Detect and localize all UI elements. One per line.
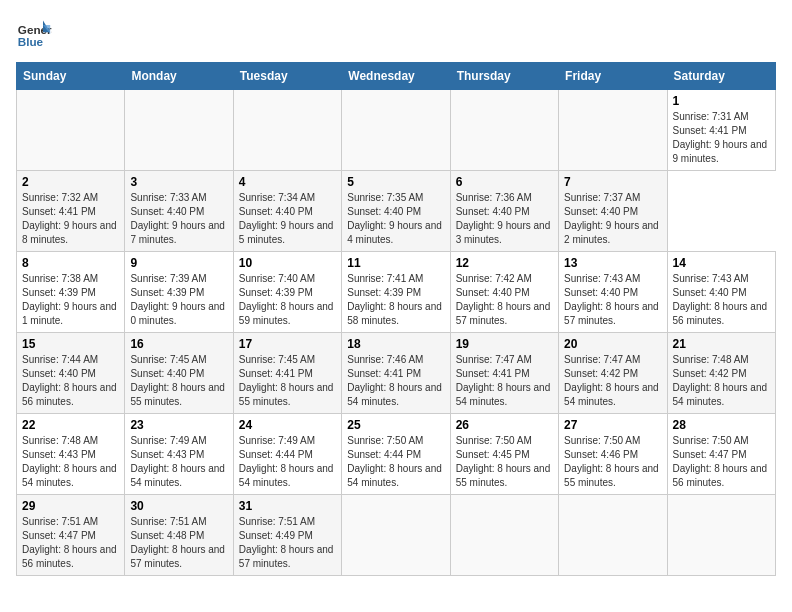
- day-number: 16: [130, 337, 227, 351]
- day-cell: 21Sunrise: 7:48 AMSunset: 4:42 PMDayligh…: [667, 333, 775, 414]
- day-info: Sunrise: 7:51 AMSunset: 4:48 PMDaylight:…: [130, 515, 227, 571]
- day-cell: 23Sunrise: 7:49 AMSunset: 4:43 PMDayligh…: [125, 414, 233, 495]
- calendar-week-row: 1Sunrise: 7:31 AMSunset: 4:41 PMDaylight…: [17, 90, 776, 171]
- day-of-week-header: Monday: [125, 63, 233, 90]
- empty-day-cell: [233, 90, 341, 171]
- day-cell: 11Sunrise: 7:41 AMSunset: 4:39 PMDayligh…: [342, 252, 450, 333]
- day-number: 24: [239, 418, 336, 432]
- day-info: Sunrise: 7:49 AMSunset: 4:44 PMDaylight:…: [239, 434, 336, 490]
- day-number: 2: [22, 175, 119, 189]
- day-info: Sunrise: 7:51 AMSunset: 4:47 PMDaylight:…: [22, 515, 119, 571]
- day-info: Sunrise: 7:33 AMSunset: 4:40 PMDaylight:…: [130, 191, 227, 247]
- day-info: Sunrise: 7:50 AMSunset: 4:47 PMDaylight:…: [673, 434, 770, 490]
- day-cell: 2Sunrise: 7:32 AMSunset: 4:41 PMDaylight…: [17, 171, 125, 252]
- day-info: Sunrise: 7:35 AMSunset: 4:40 PMDaylight:…: [347, 191, 444, 247]
- day-number: 5: [347, 175, 444, 189]
- day-info: Sunrise: 7:43 AMSunset: 4:40 PMDaylight:…: [564, 272, 661, 328]
- day-cell: 14Sunrise: 7:43 AMSunset: 4:40 PMDayligh…: [667, 252, 775, 333]
- logo-icon: General Blue: [16, 16, 52, 52]
- calendar-week-row: 8Sunrise: 7:38 AMSunset: 4:39 PMDaylight…: [17, 252, 776, 333]
- svg-text:Blue: Blue: [18, 35, 44, 48]
- day-cell: 6Sunrise: 7:36 AMSunset: 4:40 PMDaylight…: [450, 171, 558, 252]
- day-cell: 26Sunrise: 7:50 AMSunset: 4:45 PMDayligh…: [450, 414, 558, 495]
- day-cell: 19Sunrise: 7:47 AMSunset: 4:41 PMDayligh…: [450, 333, 558, 414]
- day-info: Sunrise: 7:45 AMSunset: 4:41 PMDaylight:…: [239, 353, 336, 409]
- calendar-table: SundayMondayTuesdayWednesdayThursdayFrid…: [16, 62, 776, 576]
- day-cell: 4Sunrise: 7:34 AMSunset: 4:40 PMDaylight…: [233, 171, 341, 252]
- day-cell: 29Sunrise: 7:51 AMSunset: 4:47 PMDayligh…: [17, 495, 125, 576]
- day-number: 17: [239, 337, 336, 351]
- day-info: Sunrise: 7:46 AMSunset: 4:41 PMDaylight:…: [347, 353, 444, 409]
- day-number: 14: [673, 256, 770, 270]
- day-info: Sunrise: 7:49 AMSunset: 4:43 PMDaylight:…: [130, 434, 227, 490]
- page-header: General Blue: [16, 16, 776, 52]
- empty-day-cell: [559, 90, 667, 171]
- empty-day-cell: [667, 495, 775, 576]
- day-info: Sunrise: 7:32 AMSunset: 4:41 PMDaylight:…: [22, 191, 119, 247]
- empty-day-cell: [342, 90, 450, 171]
- day-cell: 22Sunrise: 7:48 AMSunset: 4:43 PMDayligh…: [17, 414, 125, 495]
- day-info: Sunrise: 7:51 AMSunset: 4:49 PMDaylight:…: [239, 515, 336, 571]
- day-info: Sunrise: 7:36 AMSunset: 4:40 PMDaylight:…: [456, 191, 553, 247]
- day-cell: 1Sunrise: 7:31 AMSunset: 4:41 PMDaylight…: [667, 90, 775, 171]
- calendar-week-row: 2Sunrise: 7:32 AMSunset: 4:41 PMDaylight…: [17, 171, 776, 252]
- day-info: Sunrise: 7:48 AMSunset: 4:42 PMDaylight:…: [673, 353, 770, 409]
- day-number: 23: [130, 418, 227, 432]
- empty-day-cell: [559, 495, 667, 576]
- empty-day-cell: [450, 90, 558, 171]
- day-number: 25: [347, 418, 444, 432]
- day-number: 31: [239, 499, 336, 513]
- day-cell: 27Sunrise: 7:50 AMSunset: 4:46 PMDayligh…: [559, 414, 667, 495]
- day-number: 13: [564, 256, 661, 270]
- day-info: Sunrise: 7:39 AMSunset: 4:39 PMDaylight:…: [130, 272, 227, 328]
- day-number: 4: [239, 175, 336, 189]
- day-cell: 15Sunrise: 7:44 AMSunset: 4:40 PMDayligh…: [17, 333, 125, 414]
- day-of-week-header: Sunday: [17, 63, 125, 90]
- day-number: 28: [673, 418, 770, 432]
- day-of-week-header: Wednesday: [342, 63, 450, 90]
- empty-day-cell: [450, 495, 558, 576]
- day-cell: 25Sunrise: 7:50 AMSunset: 4:44 PMDayligh…: [342, 414, 450, 495]
- day-number: 12: [456, 256, 553, 270]
- day-number: 30: [130, 499, 227, 513]
- day-info: Sunrise: 7:44 AMSunset: 4:40 PMDaylight:…: [22, 353, 119, 409]
- day-cell: 24Sunrise: 7:49 AMSunset: 4:44 PMDayligh…: [233, 414, 341, 495]
- day-cell: 5Sunrise: 7:35 AMSunset: 4:40 PMDaylight…: [342, 171, 450, 252]
- day-of-week-header: Saturday: [667, 63, 775, 90]
- day-info: Sunrise: 7:45 AMSunset: 4:40 PMDaylight:…: [130, 353, 227, 409]
- calendar-week-row: 29Sunrise: 7:51 AMSunset: 4:47 PMDayligh…: [17, 495, 776, 576]
- day-info: Sunrise: 7:37 AMSunset: 4:40 PMDaylight:…: [564, 191, 661, 247]
- day-cell: 28Sunrise: 7:50 AMSunset: 4:47 PMDayligh…: [667, 414, 775, 495]
- day-cell: 30Sunrise: 7:51 AMSunset: 4:48 PMDayligh…: [125, 495, 233, 576]
- day-number: 15: [22, 337, 119, 351]
- day-info: Sunrise: 7:38 AMSunset: 4:39 PMDaylight:…: [22, 272, 119, 328]
- day-number: 22: [22, 418, 119, 432]
- day-number: 29: [22, 499, 119, 513]
- day-number: 9: [130, 256, 227, 270]
- day-of-week-header: Thursday: [450, 63, 558, 90]
- day-number: 1: [673, 94, 770, 108]
- day-cell: 8Sunrise: 7:38 AMSunset: 4:39 PMDaylight…: [17, 252, 125, 333]
- calendar-week-row: 15Sunrise: 7:44 AMSunset: 4:40 PMDayligh…: [17, 333, 776, 414]
- day-number: 10: [239, 256, 336, 270]
- day-number: 20: [564, 337, 661, 351]
- day-info: Sunrise: 7:50 AMSunset: 4:44 PMDaylight:…: [347, 434, 444, 490]
- empty-day-cell: [342, 495, 450, 576]
- calendar-header-row: SundayMondayTuesdayWednesdayThursdayFrid…: [17, 63, 776, 90]
- day-number: 6: [456, 175, 553, 189]
- day-number: 8: [22, 256, 119, 270]
- day-number: 26: [456, 418, 553, 432]
- day-info: Sunrise: 7:43 AMSunset: 4:40 PMDaylight:…: [673, 272, 770, 328]
- day-cell: 18Sunrise: 7:46 AMSunset: 4:41 PMDayligh…: [342, 333, 450, 414]
- day-number: 21: [673, 337, 770, 351]
- day-cell: 31Sunrise: 7:51 AMSunset: 4:49 PMDayligh…: [233, 495, 341, 576]
- day-number: 19: [456, 337, 553, 351]
- day-info: Sunrise: 7:50 AMSunset: 4:46 PMDaylight:…: [564, 434, 661, 490]
- logo: General Blue: [16, 16, 52, 52]
- day-cell: 9Sunrise: 7:39 AMSunset: 4:39 PMDaylight…: [125, 252, 233, 333]
- day-of-week-header: Tuesday: [233, 63, 341, 90]
- day-info: Sunrise: 7:47 AMSunset: 4:41 PMDaylight:…: [456, 353, 553, 409]
- day-cell: 10Sunrise: 7:40 AMSunset: 4:39 PMDayligh…: [233, 252, 341, 333]
- day-cell: 13Sunrise: 7:43 AMSunset: 4:40 PMDayligh…: [559, 252, 667, 333]
- empty-day-cell: [17, 90, 125, 171]
